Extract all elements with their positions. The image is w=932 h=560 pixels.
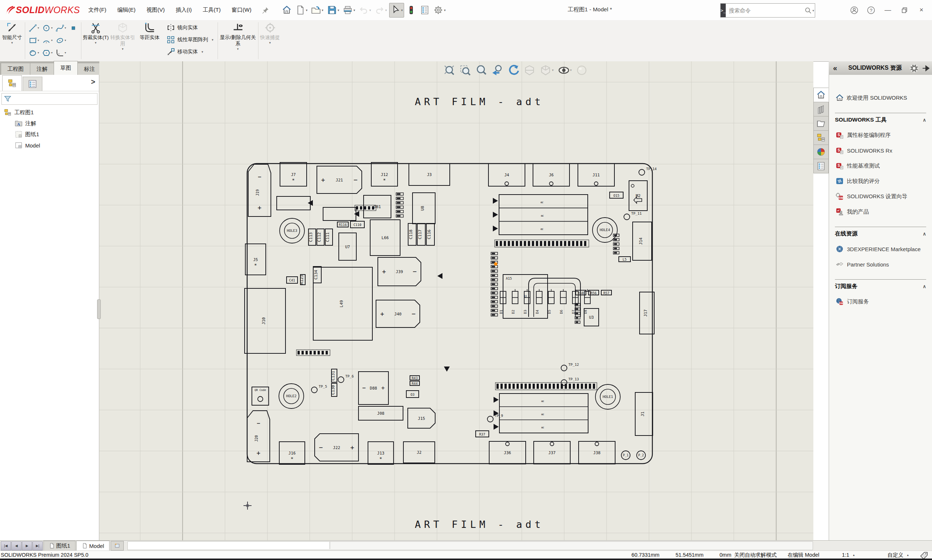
sketch-blob-button[interactable]: ▾ xyxy=(28,47,40,59)
tab-工程图[interactable]: 工程图 xyxy=(1,63,30,75)
tree-root-工程图1[interactable]: 工程图1 xyxy=(0,107,99,118)
dropdown-icon[interactable]: ▾ xyxy=(65,51,66,54)
units-selector[interactable]: 自定义 xyxy=(887,552,904,558)
account-icon[interactable] xyxy=(847,3,862,17)
trim-button[interactable]: 剪裁实体(T)▾ xyxy=(82,20,109,62)
dropdown-icon[interactable]: ▾ xyxy=(11,41,13,45)
home-button[interactable] xyxy=(280,3,293,17)
taskpane-item-订阅服务[interactable]: SW订阅服务 xyxy=(836,297,926,306)
taskpane-item-属性标签编制程序[interactable]: S属性标签编制程序 xyxy=(836,131,926,139)
dropdown-icon[interactable]: ▾ xyxy=(369,8,371,12)
dropdown-icon[interactable]: ▾ xyxy=(354,8,355,12)
dropdown-icon[interactable]: ▾ xyxy=(212,38,214,42)
print-button[interactable]: ▾ xyxy=(341,3,357,17)
search-dropdown-icon[interactable]: ▾ xyxy=(812,9,816,12)
tree-item-注解[interactable]: A注解 xyxy=(0,118,99,129)
tab-property-manager[interactable] xyxy=(23,77,42,91)
scrollbar-thumb[interactable] xyxy=(128,542,330,549)
undo-button[interactable]: ▾ xyxy=(357,3,373,17)
menu-insert[interactable]: 插入(I) xyxy=(170,4,197,17)
sheet-scale[interactable]: 1:1 xyxy=(842,552,849,558)
dropdown-icon[interactable]: ▾ xyxy=(338,8,340,12)
taskpane-tab-design-library[interactable] xyxy=(814,102,829,117)
taskpane-item-Partner Solutions[interactable]: Partner Solutions xyxy=(836,260,926,268)
sketch-arc-button[interactable]: ▾ xyxy=(41,34,54,46)
new-file-button[interactable]: ▾ xyxy=(294,3,309,17)
search-icon[interactable] xyxy=(804,6,812,15)
dropdown-icon[interactable]: ▾ xyxy=(38,51,39,54)
dropdown-icon[interactable]: ▾ xyxy=(51,26,52,29)
add-sheet-button[interactable] xyxy=(111,541,124,551)
move-button[interactable]: 移动实体▾ xyxy=(165,46,215,57)
close-button[interactable]: × xyxy=(914,3,929,17)
tab-标注[interactable]: 标注 xyxy=(77,63,102,75)
save-button[interactable]: ▾ xyxy=(326,3,341,17)
next-sheet-button[interactable]: ▶ xyxy=(22,542,32,551)
last-sheet-button[interactable]: ▶| xyxy=(32,542,43,551)
dropdown-icon[interactable]: ▾ xyxy=(201,50,203,54)
resources-gear-icon[interactable] xyxy=(909,63,920,74)
help-icon[interactable]: ? xyxy=(863,3,879,17)
dropdown-icon[interactable]: ▾ xyxy=(321,8,323,12)
expand-panel-arrow[interactable]: > xyxy=(91,78,95,86)
drawing-canvas[interactable]: ART FILM - adtART FILM - adt−+J19J7*J21+… xyxy=(99,62,814,540)
sketch-point-button[interactable] xyxy=(68,22,79,34)
restore-button[interactable] xyxy=(897,3,912,17)
dropdown-icon[interactable]: ▾ xyxy=(51,51,52,54)
sketch-fillet-button[interactable]: ▾ xyxy=(54,47,67,59)
minimize-button[interactable]: — xyxy=(880,3,895,17)
taskpane-tab-file-explorer[interactable] xyxy=(814,116,829,131)
scale-dropdown-icon[interactable]: ▴ xyxy=(853,553,855,557)
welcome-link[interactable]: 欢迎使用 SOLIDWORKS xyxy=(836,94,932,102)
sketch-spline-button[interactable]: ▾ xyxy=(54,22,67,34)
taskpane-tab-resources[interactable] xyxy=(814,88,829,102)
taskpane-item-比较我的评分[interactable]: 比较我的评分 xyxy=(836,177,926,185)
tag-icon[interactable] xyxy=(920,551,928,558)
linear-pattern-button[interactable]: 线性草图阵列▾ xyxy=(165,34,215,45)
zoom-fit-button[interactable] xyxy=(443,62,455,78)
dropdown-icon[interactable]: ▾ xyxy=(51,39,52,42)
mirror-button[interactable]: 镜向实体 xyxy=(165,22,215,33)
search-input[interactable] xyxy=(726,7,804,14)
smart-dimension-button[interactable]: 智能尺寸▾ xyxy=(0,20,24,62)
dropdown-icon[interactable]: ▾ xyxy=(95,41,97,45)
dropdown-icon[interactable]: ▾ xyxy=(237,47,239,51)
dropdown-icon[interactable]: ▾ xyxy=(38,39,39,42)
dropdown-icon[interactable]: ▾ xyxy=(401,8,403,12)
dropdown-icon[interactable]: ▾ xyxy=(65,26,66,29)
tree-item-Model[interactable]: Model xyxy=(0,140,99,151)
menu-file[interactable]: 文件(F) xyxy=(83,4,112,17)
taskpane-tab-appearances[interactable] xyxy=(814,145,829,159)
tab-注解[interactable]: 注解 xyxy=(30,63,54,75)
dropdown-icon[interactable]: ▾ xyxy=(385,8,387,12)
taskpane-item-我的产品[interactable]: 我的产品 xyxy=(836,208,926,216)
menu-edit[interactable]: 编辑(E) xyxy=(112,4,141,17)
sketch-line-button[interactable]: ▾ xyxy=(28,22,40,34)
taskpane-item-3DEXPERIENCE Marketplace[interactable]: 3DEXPERIENCE Marketplace xyxy=(836,245,926,253)
collapse-pane-icon[interactable]: « xyxy=(829,64,841,72)
pin-pane-icon[interactable] xyxy=(921,63,930,73)
file-properties-button[interactable] xyxy=(418,3,431,17)
menu-view[interactable]: 视图(V) xyxy=(141,4,170,17)
redo-button[interactable]: ▾ xyxy=(373,3,388,17)
display-delete-relations-button[interactable]: 显示/删除几何关系▾ xyxy=(219,20,257,62)
taskpane-item-SOLIDWORKS Rx[interactable]: SSOLIDWORKS Rx xyxy=(836,146,926,154)
previous-sheet-button[interactable]: ◀ xyxy=(11,542,22,551)
sketch-ellipse-button[interactable]: ▾ xyxy=(54,34,67,46)
section-header[interactable]: 在线资源∧ xyxy=(835,230,926,238)
dropdown-icon[interactable]: ▾ xyxy=(570,68,572,72)
tab-草图[interactable]: 草图 xyxy=(54,61,78,75)
menu-tools[interactable]: 工具(T) xyxy=(197,4,226,17)
collapse-icon[interactable]: ∧ xyxy=(923,117,926,123)
collapse-icon[interactable]: ∧ xyxy=(923,284,926,289)
section-header[interactable]: SOLIDWORKS 工具∧ xyxy=(835,116,926,124)
dropdown-icon[interactable]: ▾ xyxy=(65,39,66,42)
sketch-rectangle-button[interactable]: ▾ xyxy=(28,34,40,46)
pin-menu-icon[interactable] xyxy=(261,6,270,15)
taskpane-item-性能基准测试[interactable]: S性能基准测试 xyxy=(836,162,926,170)
taskpane-item-SOLIDWORKS 设置向导[interactable]: SWSOLIDWORKS 设置向导 xyxy=(836,192,926,200)
tab-feature-tree[interactable] xyxy=(2,75,22,91)
sketch-circle-button[interactable]: ▾ xyxy=(41,22,54,34)
sheet-tab-图纸1[interactable]: 图纸1 xyxy=(43,541,75,551)
taskpane-tab-view-palette[interactable] xyxy=(814,130,829,145)
